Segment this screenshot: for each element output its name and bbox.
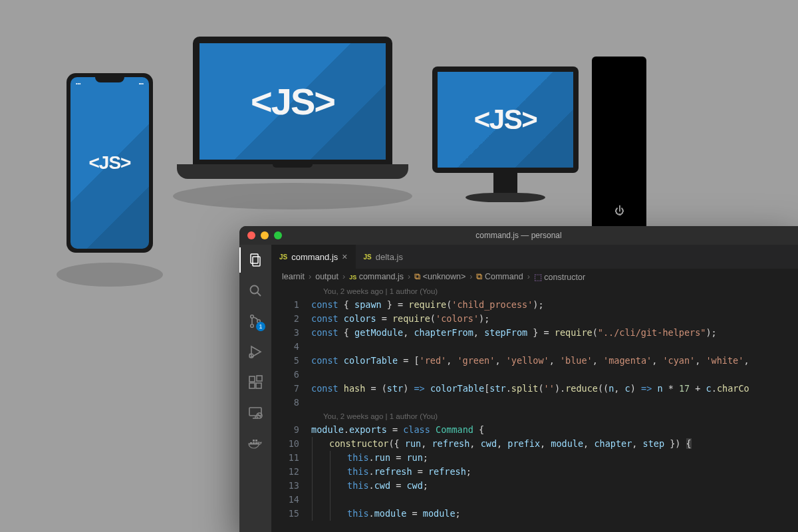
monitor-js-label: <JS> xyxy=(474,104,537,136)
codelens[interactable]: You, 2 weeks ago | 1 author (You) xyxy=(271,410,798,423)
svg-rect-12 xyxy=(249,383,255,388)
line-number: 7 xyxy=(271,382,311,396)
method-icon: ⬚ xyxy=(534,273,542,282)
code-line[interactable]: 11this.run = run; xyxy=(271,451,798,465)
minimize-window-button[interactable] xyxy=(261,231,269,239)
code-line[interactable]: 7const hash = (str) => colorTable[str.sp… xyxy=(271,382,798,396)
close-tab-icon[interactable]: × xyxy=(342,251,347,262)
svg-rect-14 xyxy=(257,376,262,381)
line-number: 6 xyxy=(271,368,311,382)
svg-rect-24 xyxy=(255,440,257,442)
phone-device: •••••• <JS> xyxy=(66,73,153,253)
code-line[interactable]: 5const colorTable = ['red', 'green', 'ye… xyxy=(271,354,798,368)
code-line[interactable]: 9module.exports = class Command { xyxy=(271,423,798,437)
window-titlebar[interactable]: command.js — personal xyxy=(239,226,798,245)
line-number: 15 xyxy=(271,507,311,521)
line-number: 4 xyxy=(271,340,311,354)
explorer-tab-icon[interactable] xyxy=(247,251,264,269)
code-line[interactable]: 12this.refresh = refresh; xyxy=(271,465,798,479)
tab-label: command.js xyxy=(291,252,338,262)
codelens[interactable]: You, 2 weeks ago | 1 author (You) xyxy=(271,285,798,298)
code-line[interactable]: 15this.module = module; xyxy=(271,507,798,521)
code-line[interactable]: 3const { getModule, chapterFrom, stepFro… xyxy=(271,326,798,340)
svg-line-9 xyxy=(249,354,251,355)
svg-rect-0 xyxy=(251,254,258,263)
code-line[interactable]: 4 xyxy=(271,340,798,354)
svg-rect-11 xyxy=(249,376,255,382)
laptop-js-label: <JS> xyxy=(251,80,334,123)
line-number: 3 xyxy=(271,326,311,340)
svg-rect-23 xyxy=(253,440,255,442)
svg-rect-13 xyxy=(256,383,261,388)
zoom-window-button[interactable] xyxy=(274,231,282,239)
editor-tabs: JScommand.js×JSdelta.js xyxy=(271,245,798,269)
vscode-window: command.js — personal 1 xyxy=(239,226,798,532)
tab-label: delta.js xyxy=(376,252,403,262)
line-number: 5 xyxy=(271,354,311,368)
line-number: 10 xyxy=(271,437,311,451)
line-number: 14 xyxy=(271,493,311,507)
power-icon: ⏻ xyxy=(614,205,624,216)
line-number: 13 xyxy=(271,479,311,493)
code-editor[interactable]: You, 2 weeks ago | 1 author (You)1const … xyxy=(271,285,798,532)
line-number: 9 xyxy=(271,423,311,437)
line-number: 11 xyxy=(271,451,311,465)
svg-rect-15 xyxy=(249,408,261,416)
code-line[interactable]: 8 xyxy=(271,396,798,410)
code-line[interactable]: 2const colors = require('colors'); xyxy=(271,312,798,326)
window-title: command.js — personal xyxy=(475,231,561,240)
svg-point-5 xyxy=(251,325,254,328)
search-tab-icon[interactable] xyxy=(247,282,264,299)
editor-tab[interactable]: JScommand.js× xyxy=(271,245,356,269)
svg-marker-7 xyxy=(251,346,261,357)
svg-line-10 xyxy=(249,357,251,358)
js-file-icon: JS xyxy=(349,274,356,281)
svg-line-3 xyxy=(257,293,261,296)
breadcrumb-item[interactable]: learnit xyxy=(282,272,305,281)
svg-point-2 xyxy=(251,286,259,294)
code-line[interactable]: 13this.cwd = cwd; xyxy=(271,479,798,493)
activity-bar: 1 xyxy=(239,245,271,532)
svg-rect-1 xyxy=(253,257,260,266)
remote-tab-icon[interactable] xyxy=(247,404,264,422)
js-file-icon: JS xyxy=(364,253,372,261)
symbol-icon: ⧉ xyxy=(414,272,420,281)
extensions-tab-icon[interactable] xyxy=(247,374,264,391)
line-number: 8 xyxy=(271,396,311,410)
line-number: 1 xyxy=(271,298,311,312)
breadcrumb-item[interactable]: JS command.js xyxy=(349,272,404,281)
close-window-button[interactable] xyxy=(247,231,255,239)
breadcrumb[interactable]: learnit›output›JS command.js›⧉ <unknown>… xyxy=(271,269,798,285)
breadcrumb-item[interactable]: output xyxy=(315,272,338,281)
breadcrumb-item[interactable]: ⧉ Command xyxy=(476,272,523,282)
run-debug-tab-icon[interactable] xyxy=(247,343,264,360)
docker-tab-icon[interactable] xyxy=(247,435,264,452)
phone-js-label: <JS> xyxy=(89,152,131,174)
code-line[interactable]: 14 xyxy=(271,493,798,507)
svg-point-4 xyxy=(251,315,254,319)
js-file-icon: JS xyxy=(279,253,287,261)
symbol-icon: ⧉ xyxy=(476,272,482,281)
scm-badge: 1 xyxy=(256,322,265,331)
desktop-tower: ⏻ xyxy=(592,57,646,236)
breadcrumb-item[interactable]: ⧉ <unknown> xyxy=(414,272,466,282)
code-line[interactable]: 6 xyxy=(271,368,798,382)
line-number: 2 xyxy=(271,312,311,326)
code-line[interactable]: 1const { spawn } = require('child_proces… xyxy=(271,298,798,312)
editor-tab[interactable]: JSdelta.js xyxy=(356,245,411,269)
source-control-tab-icon[interactable]: 1 xyxy=(247,313,264,330)
monitor-device: <JS> xyxy=(432,66,579,202)
code-line[interactable]: 10constructor({ run, refresh, cwd, prefi… xyxy=(271,437,798,451)
laptop-device: <JS> xyxy=(193,37,392,166)
line-number: 12 xyxy=(271,465,311,479)
breadcrumb-item[interactable]: ⬚ constructor xyxy=(534,272,585,282)
